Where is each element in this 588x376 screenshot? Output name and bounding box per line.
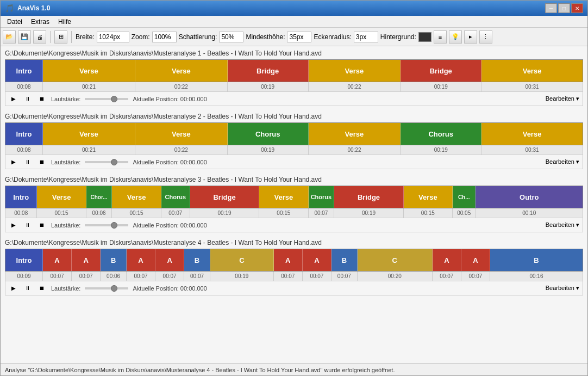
toolbar-btn-2[interactable]: 💾: [18, 30, 31, 44]
play-btn-3[interactable]: ▶: [9, 220, 18, 230]
segment-b-4d[interactable]: B: [490, 249, 583, 271]
segment-b-4b[interactable]: B: [184, 249, 210, 271]
pause-btn-2[interactable]: ⏸: [23, 157, 33, 167]
segment-bridge-3b[interactable]: Bridge: [334, 186, 403, 208]
segment-chorus-3d[interactable]: Ch...: [453, 186, 476, 208]
segment-bridge-3a[interactable]: Bridge: [190, 186, 259, 208]
toolbar-btn-1[interactable]: 📂: [3, 30, 16, 44]
menu-hilfe[interactable]: Hilfe: [54, 17, 76, 26]
segment-intro-2[interactable]: Intro: [5, 123, 43, 145]
segment-chorus-3c[interactable]: Chorus: [309, 186, 335, 208]
segment-intro-4[interactable]: Intro: [5, 249, 43, 271]
segment-verse-1c[interactable]: Verse: [309, 60, 401, 82]
timing-2-1: 00:21: [43, 145, 135, 155]
bearbeiten-btn-1[interactable]: Bearbeiten ▾: [546, 95, 579, 102]
segment-a-4e[interactable]: A: [274, 249, 303, 271]
segment-verse-2d[interactable]: Verse: [481, 123, 583, 145]
bearbeiten-btn-2[interactable]: Bearbeiten ▾: [546, 158, 579, 165]
segment-verse-2c[interactable]: Verse: [309, 123, 401, 145]
eckenradius-input[interactable]: [354, 32, 378, 42]
segment-intro-3[interactable]: Intro: [5, 186, 37, 208]
breite-input[interactable]: [97, 32, 129, 42]
pause-btn-3[interactable]: ⏸: [23, 220, 33, 230]
volume-slider-3[interactable]: [85, 224, 128, 226]
segment-chorus-2a[interactable]: Chorus: [228, 123, 309, 145]
toolbar-btn-4[interactable]: ≡: [434, 30, 447, 44]
segment-bridge-1a[interactable]: Bridge: [228, 60, 309, 82]
timing-row-3: 00:08 00:15 00:06 00:15 00:07 00:19 00:1…: [5, 208, 583, 218]
minimize-button[interactable]: ─: [545, 3, 557, 13]
stop-btn-2[interactable]: ⏹: [37, 157, 47, 167]
toolbar-btn-5[interactable]: 💡: [449, 30, 462, 44]
segment-a-4b[interactable]: A: [72, 249, 101, 271]
segment-a-4d[interactable]: A: [155, 249, 184, 271]
bearbeiten-btn-4[interactable]: Bearbeiten ▾: [546, 285, 579, 292]
timing-1-0: 00:08: [5, 82, 43, 91]
hintergrund-color[interactable]: [418, 32, 431, 42]
timing-4-13: 00:07: [461, 272, 490, 281]
toolbar-btn-7[interactable]: ⋮: [479, 30, 492, 44]
segment-a-4g[interactable]: A: [433, 249, 461, 271]
segment-a-4a[interactable]: A: [43, 249, 72, 271]
segment-a-4f[interactable]: A: [303, 249, 331, 271]
timing-2-0: 00:08: [5, 145, 43, 155]
main-content: G:\Dokumente\Kongresse\Musik im Diskurs\…: [1, 46, 587, 363]
timing-4-9: 00:07: [303, 272, 331, 281]
menu-extras[interactable]: Extras: [27, 17, 54, 26]
segment-b-4c[interactable]: B: [331, 249, 358, 271]
segment-chorus-2b[interactable]: Chorus: [401, 123, 481, 145]
file-path-1: G:\Dokumente\Kongresse\Musik im Diskurs\…: [5, 50, 583, 57]
stop-btn-1[interactable]: ⏹: [37, 94, 47, 104]
segment-chorus-3a[interactable]: Chor...: [86, 186, 112, 208]
stop-btn-3[interactable]: ⏹: [37, 220, 47, 230]
segment-bridge-1b[interactable]: Bridge: [401, 60, 481, 82]
segment-verse-3c[interactable]: Verse: [259, 186, 308, 208]
schattierung-input[interactable]: [219, 32, 243, 42]
menu-datei[interactable]: Datei: [3, 17, 27, 26]
volume-slider-1[interactable]: [85, 98, 128, 100]
volume-slider-4[interactable]: [85, 287, 128, 289]
segment-verse-2a[interactable]: Verse: [43, 123, 135, 145]
segment-intro-1[interactable]: Intro: [5, 60, 43, 82]
title-bar-title: 🎵 AnaVis 1.0: [5, 4, 50, 13]
status-message: Analyse "G:\Dokumente\Kongresse\Musik im…: [5, 367, 395, 373]
pause-btn-1[interactable]: ⏸: [23, 94, 33, 104]
segment-outro-3[interactable]: Outro: [476, 186, 583, 208]
segment-c-4b[interactable]: C: [358, 249, 433, 271]
segment-c-4a[interactable]: C: [210, 249, 274, 271]
timing-1-3: 00:19: [228, 82, 309, 91]
zoom-input[interactable]: [152, 32, 177, 42]
segment-verse-3a[interactable]: Verse: [37, 186, 86, 208]
timing-4-8: 00:07: [274, 272, 303, 281]
bearbeiten-btn-3[interactable]: Bearbeiten ▾: [546, 221, 579, 229]
timing-3-0: 00:08: [5, 208, 37, 218]
pause-btn-4[interactable]: ⏸: [23, 283, 33, 293]
play-btn-1[interactable]: ▶: [9, 94, 18, 104]
timing-2-5: 00:19: [401, 145, 481, 155]
play-btn-4[interactable]: ▶: [9, 283, 18, 293]
segment-verse-3b[interactable]: Verse: [112, 186, 161, 208]
segment-verse-2b[interactable]: Verse: [135, 123, 228, 145]
mindesthoehe-label: Mindesthöhe:: [246, 33, 285, 41]
toolbar-btn-6[interactable]: ▸: [464, 30, 477, 44]
volume-slider-2[interactable]: [85, 161, 128, 163]
segment-b-4a[interactable]: B: [101, 249, 127, 271]
play-btn-2[interactable]: ▶: [9, 157, 18, 167]
segment-verse-1b[interactable]: Verse: [135, 60, 228, 82]
toolbar-sep-2: [71, 31, 72, 43]
segment-chorus-3b[interactable]: Chorus: [161, 186, 190, 208]
segment-a-4c[interactable]: A: [127, 249, 155, 271]
segment-verse-1a[interactable]: Verse: [43, 60, 135, 82]
close-button[interactable]: ✕: [571, 3, 583, 13]
segment-a-4h[interactable]: A: [461, 249, 490, 271]
position-label-3: Aktuelle Position: 00:00.000: [133, 222, 207, 229]
toolbar-btn-3[interactable]: 🖨: [33, 30, 46, 44]
toolbar-btn-grid[interactable]: ⊞: [54, 30, 67, 44]
timing-3-4: 00:07: [161, 208, 190, 218]
segment-verse-1d[interactable]: Verse: [481, 60, 583, 82]
maximize-button[interactable]: □: [558, 3, 570, 13]
file-path-4: G:\Dokumente\Kongresse\Musik im Diskurs\…: [5, 239, 583, 246]
mindesthoehe-input[interactable]: [287, 32, 311, 42]
segment-verse-3d[interactable]: Verse: [404, 186, 453, 208]
stop-btn-4[interactable]: ⏹: [37, 283, 47, 293]
